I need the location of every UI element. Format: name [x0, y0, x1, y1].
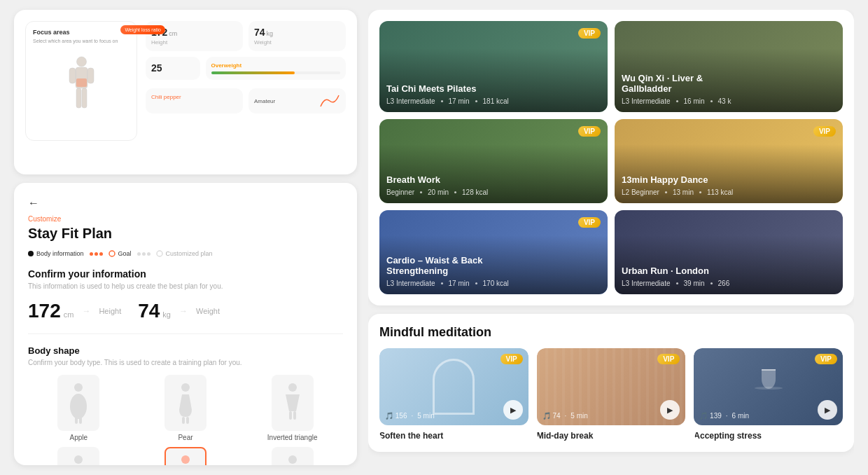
meditation-grid: VIP ▶ 🎵 156 · 5 min Soften the heart [379, 348, 843, 441]
svg-rect-12 [79, 417, 82, 424]
level-stat: Overweight [206, 57, 346, 80]
chili-stat: Chili pepper [146, 88, 243, 113]
video-breath-work[interactable]: Breath Work Beginner 20 min 128 kcal VIP [379, 119, 608, 203]
videos-grid: Tai Chi Meets Pilates L3 Intermediate 17… [379, 21, 843, 294]
vip-badge-med-3: VIP [815, 354, 837, 364]
video-wu-qin-xi[interactable]: Wu Qin Xi · Liver &Gallbladder L3 Interm… [615, 21, 843, 112]
svg-rect-17 [289, 411, 292, 420]
meditation-stress-label: Accepting stress [694, 431, 843, 441]
meditation-midday[interactable]: VIP ▶ 🎵 74 · 5 min Mid-day break [537, 348, 686, 441]
svg-rect-3 [88, 68, 94, 83]
vip-badge-med-1: VIP [500, 354, 523, 364]
left-panel: Focus areas Select which area you want t… [14, 10, 357, 465]
meditation-title: Mindful meditation [379, 325, 843, 340]
vip-badge: VIP [578, 28, 601, 39]
svg-point-13 [181, 383, 190, 392]
body-shapes-grid: Apple Pear [28, 375, 343, 465]
svg-point-19 [74, 455, 83, 464]
video-tai-chi[interactable]: Tai Chi Meets Pilates L3 Intermediate 17… [379, 21, 608, 112]
video-happy-dance[interactable]: 13min Happy Dance L2 Beginner 13 min 113… [615, 119, 843, 203]
svg-point-16 [288, 383, 297, 392]
step1: Body information [28, 250, 84, 257]
focus-areas-card: Focus areas Select which area you want t… [25, 21, 137, 141]
play-button-3[interactable]: ▶ [818, 400, 837, 420]
play-button-1[interactable]: ▶ [503, 400, 523, 420]
meditation-accepting-stress[interactable]: VIP ▶ 🎵 139 · 6 min Accepting stress [694, 348, 843, 441]
meditation-midday-label: Mid-day break [537, 431, 686, 441]
videos-section: Tai Chi Meets Pilates L3 Intermediate 17… [368, 10, 854, 305]
amateur-stat: Amateur [248, 88, 346, 113]
svg-rect-2 [69, 68, 76, 83]
vip-badge-med-2: VIP [657, 354, 680, 364]
confirm-title: Confirm your information [28, 268, 343, 280]
svg-point-26 [288, 455, 297, 464]
video-cardio[interactable]: Cardio – Waist & BackStrengthening L3 In… [379, 210, 608, 294]
svg-point-0 [76, 57, 86, 67]
svg-point-9 [74, 383, 83, 392]
customize-label: Customize [28, 215, 343, 223]
weight-measurement: 74 kg [138, 300, 171, 322]
meditation-soften-heart[interactable]: VIP ▶ 🎵 156 · 5 min Soften the heart [379, 348, 528, 441]
svg-rect-4 [76, 88, 81, 108]
shape-rectangle[interactable]: Rectangle [28, 447, 130, 465]
vip-badge-4: VIP [578, 217, 601, 228]
confirm-subtitle: This information is used to help us crea… [28, 282, 343, 290]
step2: Goal [108, 250, 132, 257]
step3: Customized plan [156, 250, 213, 257]
shape-chili-pepper[interactable]: Chili pepper [135, 447, 237, 465]
weight-stat: 74 kg Weight [248, 21, 346, 51]
stats-card: 172 cm Height 74 kg Weight [146, 21, 346, 163]
svg-point-23 [181, 455, 190, 464]
svg-rect-14 [182, 417, 185, 424]
svg-rect-6 [76, 78, 87, 87]
svg-rect-5 [82, 88, 87, 108]
height-measurement: 172 cm [28, 300, 74, 322]
focus-areas-title: Focus areas [33, 29, 130, 36]
video-urban-run[interactable]: Urban Run · London L3 Intermediate 39 mi… [615, 210, 843, 294]
age-stat: 25 [146, 57, 200, 80]
shape-pear[interactable]: Pear [135, 375, 237, 441]
weight-loss-badge: Weight loss ratio [120, 25, 165, 34]
shape-apple[interactable]: Apple [28, 375, 130, 441]
svg-rect-11 [75, 417, 78, 424]
vip-badge-3: VIP [813, 126, 836, 137]
progress-steps: Body information Goal [28, 250, 343, 257]
svg-point-8 [157, 251, 162, 256]
measurements-row: 172 cm → Height 74 kg → Weight [28, 300, 343, 334]
shape-inverted-triangle[interactable]: Inverted triangle [241, 375, 343, 441]
body-figure [33, 49, 130, 133]
svg-point-7 [109, 251, 115, 256]
vip-badge-2: VIP [578, 126, 601, 137]
stay-fit-card: ← Customize Stay Fit Plan Body informati… [14, 183, 357, 465]
back-button[interactable]: ← [28, 197, 343, 209]
meditation-soften-label: Soften the heart [379, 431, 528, 441]
focus-areas-subtitle: Select which area you want to focus on [33, 39, 130, 43]
svg-point-10 [70, 394, 87, 419]
right-panel: Tai Chi Meets Pilates L3 Intermediate 17… [368, 10, 854, 465]
meditation-section: Mindful meditation VIP ▶ 🎵 156 · [368, 314, 854, 452]
app-preview-card: Focus areas Select which area you want t… [14, 10, 357, 174]
svg-rect-18 [293, 411, 296, 420]
body-shape-subtitle: Confirm your body type. This is used to … [28, 359, 343, 366]
stay-fit-title: Stay Fit Plan [28, 226, 343, 242]
body-shape-title: Body shape [28, 345, 343, 356]
body-shape-section: Body shape Confirm your body type. This … [28, 345, 343, 465]
shape-hourglass[interactable]: Hourglass [241, 447, 343, 465]
svg-rect-15 [186, 417, 189, 424]
